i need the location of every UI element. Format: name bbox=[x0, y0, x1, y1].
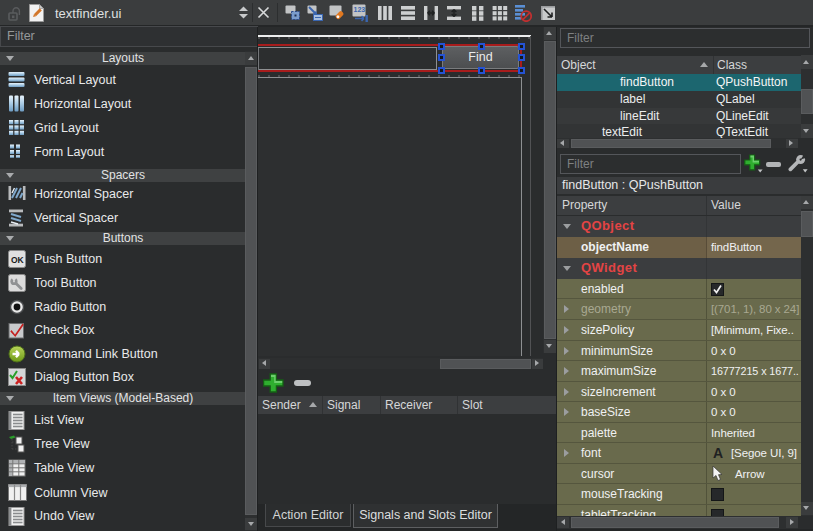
svg-text:123: 123 bbox=[354, 6, 366, 13]
svg-text:OK: OK bbox=[11, 255, 25, 265]
